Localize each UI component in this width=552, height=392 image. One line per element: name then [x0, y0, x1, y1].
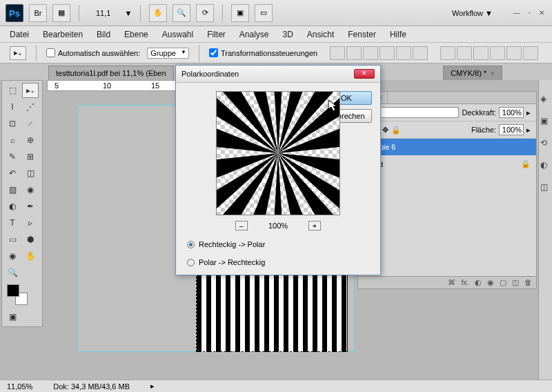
folder-icon[interactable]: ▢	[500, 278, 506, 287]
tab-close-icon[interactable]: ×	[491, 70, 495, 77]
type-tool[interactable]: T	[4, 215, 21, 231]
fx-icon[interactable]: fx.	[461, 278, 469, 287]
link-icon[interactable]: ⌘	[448, 278, 455, 287]
zoom-tool-icon[interactable]: 🔍	[172, 4, 190, 22]
panels-dock: Pfade Deckkraft: 100% ▸ ⬚ ✎ ✥ 🔒 Fläche: …	[357, 91, 537, 291]
3d-tool[interactable]: ⬢	[22, 232, 39, 247]
quickmask-tool[interactable]: ▣	[4, 309, 21, 324]
radio-polar-to-rect[interactable]: Polar -> Rechteckig	[184, 258, 372, 266]
crop-tool[interactable]: ⊡	[4, 116, 21, 131]
transform-controls-checkbox[interactable]: Transformationssteuerungen	[209, 48, 317, 57]
hand-tool-icon[interactable]: ✋	[149, 4, 167, 22]
dodge-tool[interactable]: ◐	[4, 199, 21, 214]
layers-panel: Pfade Deckkraft: 100% ▸ ⬚ ✎ ✥ 🔒 Fläche: …	[357, 91, 537, 289]
screen-mode-icon[interactable]: ▭	[255, 4, 273, 22]
eraser-tool[interactable]: ◫	[22, 166, 39, 181]
workspace-switcher[interactable]: Workflow ▼	[446, 6, 498, 20]
brush-tool[interactable]: ✎	[4, 149, 21, 164]
status-zoom[interactable]: 11,05%	[7, 382, 32, 391]
stamp-tool[interactable]: ⊞	[22, 149, 39, 164]
doc-tab-2[interactable]: CMYK/8) * ×	[443, 66, 502, 80]
menu-analyse[interactable]: Analyse	[239, 30, 269, 39]
dock-icon[interactable]: ◫	[540, 182, 551, 193]
slice-tool[interactable]: ⟋	[22, 116, 39, 131]
blur-tool[interactable]: ◉	[22, 182, 39, 197]
lock-all-icon[interactable]: 🔒	[391, 126, 401, 135]
lasso-tool[interactable]: ⌇	[4, 99, 21, 115]
chevron-down-icon[interactable]: ▸	[526, 126, 531, 135]
fill-value[interactable]: 100%	[499, 124, 524, 135]
status-doc[interactable]: Dok: 34,3 MB/43,6 MB	[53, 382, 130, 391]
menu-datei[interactable]: Datei	[10, 30, 29, 39]
menu-bearbeiten[interactable]: Bearbeiten	[43, 30, 83, 39]
menu-auswahl[interactable]: Auswahl	[162, 30, 193, 39]
zoom-out-button[interactable]: –	[235, 221, 248, 231]
dock-icon[interactable]: ⟲	[540, 138, 551, 149]
doc-tab-1[interactable]: testtutoria1l.pdf bei 11,1% (Eben	[48, 66, 174, 80]
auto-select-dropdown[interactable]: Gruppe	[147, 48, 189, 59]
wand-tool[interactable]: ⋰	[22, 99, 39, 115]
new-layer-icon[interactable]: ◫	[512, 278, 519, 287]
marquee-tool[interactable]: ⬚	[4, 83, 21, 98]
app-icon: Ps	[6, 4, 23, 22]
close-icon[interactable]: ✕	[537, 9, 546, 17]
move-lock-icon[interactable]: ✥	[382, 126, 388, 135]
layer-row[interactable]: grund 🔒	[358, 155, 536, 173]
auto-select-checkbox[interactable]: Automatisch auswählen:	[46, 48, 140, 57]
heal-tool[interactable]: ⊕	[22, 133, 39, 148]
dock-icon[interactable]: ◐	[540, 160, 551, 171]
mask-icon[interactable]: ◐	[475, 278, 482, 287]
chevron-down-icon[interactable]: ▸	[526, 108, 531, 117]
pen-tool[interactable]: ✒	[22, 199, 39, 214]
preview-image[interactable]	[216, 91, 340, 215]
zoom-tool[interactable]: 🔍	[4, 265, 21, 280]
zoom-display[interactable]: 11,1	[88, 8, 119, 19]
menu-filter[interactable]: Filter	[207, 30, 226, 39]
hand-tool[interactable]: ✋	[22, 248, 39, 264]
active-tool-icon[interactable]: ▸₊	[10, 46, 26, 60]
artwork-stripes[interactable]	[196, 262, 348, 352]
dock-icon[interactable]: ◈	[540, 94, 551, 105]
polar-coordinates-dialog: Polarkoordinaten ✕ OK Abbrechen – 100%	[175, 65, 381, 275]
minimize-icon[interactable]: —	[512, 9, 522, 17]
eyedropper-tool[interactable]: ⌕	[4, 133, 21, 148]
menu-3d[interactable]: 3D	[283, 30, 293, 39]
camera-tool[interactable]: ◉	[4, 248, 21, 264]
chevron-down-icon[interactable]: ▼	[124, 9, 132, 17]
shape-tool[interactable]: ▭	[4, 232, 21, 247]
mini-bridge-button[interactable]: ▦	[52, 4, 70, 22]
arrange-docs-icon[interactable]: ▣	[231, 4, 249, 22]
sunburst-icon	[217, 92, 339, 215]
color-swatches[interactable]	[7, 284, 28, 305]
top-toolbar: Ps Br ▦ 11,1 ▼ ✋ 🔍 ⟳ ▣ ▭ Workflow ▼ — ▫ …	[0, 0, 552, 26]
layers-footer: ⌘ fx. ◐ ◉ ▢ ◫ 🗑	[358, 276, 536, 288]
gradient-tool[interactable]: ▨	[4, 182, 21, 197]
dock-icon[interactable]: ▣	[540, 116, 551, 127]
dialog-close-button[interactable]: ✕	[354, 69, 375, 79]
move-tool[interactable]: ▸₊	[22, 83, 39, 98]
zoom-in-button[interactable]: +	[308, 221, 321, 231]
history-brush-tool[interactable]: ↶	[4, 166, 21, 181]
trash-icon[interactable]: 🗑	[524, 278, 532, 287]
opacity-value[interactable]: 100%	[499, 107, 524, 118]
menu-ebene[interactable]: Ebene	[124, 30, 148, 39]
menu-ansicht[interactable]: Ansicht	[307, 30, 334, 39]
rotate-view-icon[interactable]: ⟳	[196, 4, 214, 22]
distribute-group	[440, 46, 538, 60]
menu-bild[interactable]: Bild	[97, 30, 110, 39]
dialog-title: Polarkoordinaten	[181, 70, 239, 78]
align-group	[330, 46, 428, 60]
chevron-right-icon[interactable]: ▸	[150, 382, 155, 391]
menu-hilfe[interactable]: Hilfe	[390, 30, 406, 39]
align-button[interactable]	[330, 46, 345, 60]
maximize-icon[interactable]: ▫	[524, 9, 534, 17]
status-bar: 11,05% Dok: 34,3 MB/43,6 MB ▸	[0, 380, 552, 392]
menu-fenster[interactable]: Fenster	[348, 30, 376, 39]
bridge-button[interactable]: Br	[29, 4, 47, 22]
adjustment-icon[interactable]: ◉	[487, 278, 494, 287]
opacity-label: Deckkraft:	[462, 108, 496, 117]
path-tool[interactable]: ▹	[22, 215, 39, 231]
preview-zoom: 100%	[268, 222, 288, 230]
layer-row[interactable]: 1 Kopie 6	[358, 139, 536, 155]
radio-rect-to-polar[interactable]: Rechteckig -> Polar	[184, 240, 372, 248]
